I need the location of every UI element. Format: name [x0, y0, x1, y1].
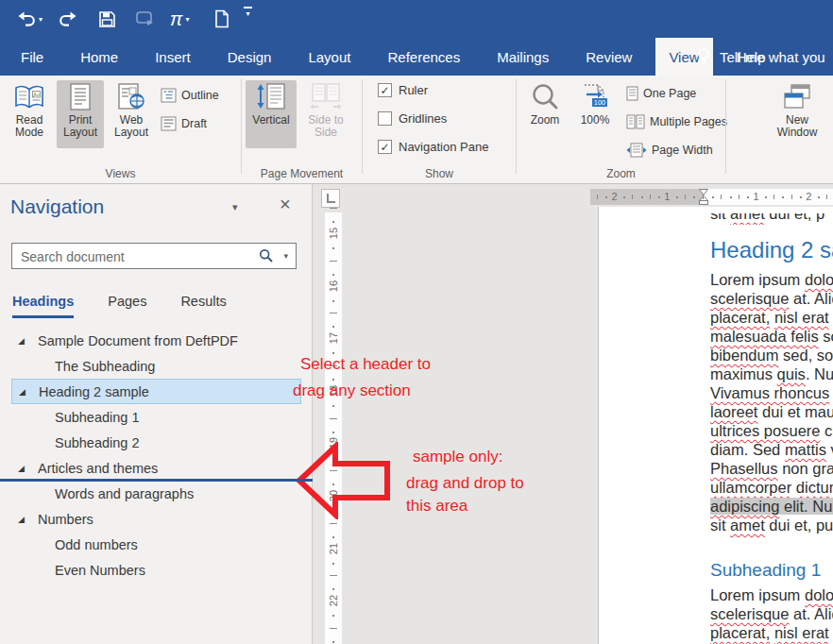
redo-icon — [59, 10, 77, 27]
ruler-number: 22 — [328, 594, 339, 607]
nav-tree-item-even-numbers[interactable]: Even Numbers — [11, 557, 301, 583]
collapse-triangle-icon[interactable]: ◢ — [18, 336, 25, 346]
nav-tree-item-subheading-1[interactable]: Subheading 1 — [11, 404, 301, 430]
save-icon — [98, 10, 116, 28]
side-to-side-label: Side to Side — [300, 114, 351, 139]
nav-tree-item-subheading-2[interactable]: Subheading 2 — [11, 430, 301, 455]
equation-button[interactable]: π ▾ — [170, 7, 189, 31]
ruler-number: 1 — [753, 191, 760, 202]
read-mode-label: Read Mode — [6, 114, 53, 139]
word-text: at. Aliquam erat volutpat. — [789, 605, 833, 622]
zoom-icon — [530, 80, 560, 114]
nav-tree-item-words-and-paragraphs[interactable]: Words and paragraphs — [11, 481, 301, 506]
pane-options-chevron-icon[interactable]: ▾ — [232, 201, 238, 213]
undo-dropdown-icon[interactable]: ▾ — [39, 15, 42, 24]
checked-checkbox-icon[interactable]: ✓ — [378, 140, 392, 154]
page-width-button[interactable]: Page Width — [626, 138, 713, 162]
word-text: sit — [710, 517, 730, 534]
nav-tree-item-the-subheading[interactable]: The Subheading — [11, 353, 301, 379]
ruler-tick — [330, 261, 337, 262]
checkbox-ruler[interactable]: ✓Ruler — [378, 83, 428, 97]
misspelled-word: dolor — [805, 586, 833, 603]
nav-tree-item-numbers[interactable]: ◢Numbers — [11, 506, 301, 532]
misspelled-word: laoreet — [710, 403, 757, 420]
zoom-button[interactable]: Zoom — [522, 80, 568, 148]
search-icon[interactable] — [259, 248, 273, 266]
ribbon-tab-review[interactable]: Review — [572, 38, 645, 76]
checked-checkbox-icon[interactable]: ✓ — [378, 83, 392, 97]
ribbon-tab-mailings[interactable]: Mailings — [484, 38, 562, 76]
ruler-dot — [332, 483, 334, 485]
horizontal-ruler[interactable]: 2112 — [590, 189, 833, 205]
zoom-100-button[interactable]: 100 100% — [571, 80, 619, 148]
read-mode-button[interactable]: Read Mode — [6, 80, 53, 148]
multiple-pages-button[interactable]: Multiple Pages — [626, 110, 727, 134]
nav-tab-pages[interactable]: Pages — [108, 294, 146, 318]
ribbon-tab-design[interactable]: Design — [214, 38, 285, 76]
nav-tree-item-heading-2-sample[interactable]: ◢Heading 2 sample — [11, 379, 301, 404]
ruler-dot — [765, 196, 767, 198]
customize-quick-access-toolbar-button[interactable]: ▾ — [244, 7, 252, 31]
print-layout-button[interactable]: Print Layout — [57, 80, 104, 148]
tab-stop-selector[interactable] — [321, 189, 340, 208]
equation-dropdown-icon[interactable]: ▾ — [185, 15, 189, 24]
document-text-line: bibendum sed, sodales non arcu. — [710, 347, 833, 365]
document-page[interactable]: sit amet dui et, p Heading 2 sample Lore… — [598, 207, 833, 644]
navigation-headings-tree: ◢Sample Document from DeftPDFThe Subhead… — [0, 328, 313, 583]
ribbon-tab-layout[interactable]: Layout — [295, 38, 364, 76]
search-dropdown-icon[interactable]: ▾ — [283, 251, 288, 261]
search-input[interactable] — [19, 246, 249, 267]
arrange-all-button[interactable]: Arrange All — [827, 80, 833, 148]
checkbox-navigation-pane[interactable]: ✓Navigation Pane — [378, 140, 488, 154]
unchecked-checkbox-icon[interactable] — [378, 111, 392, 126]
nav-tab-headings[interactable]: Headings — [12, 294, 74, 318]
checkbox-gridlines[interactable]: Gridlines — [378, 111, 447, 126]
draft-button[interactable]: Draft — [161, 111, 207, 136]
nav-tree-item-sample-document-from-deftpdf[interactable]: ◢Sample Document from DeftPDF — [11, 328, 301, 353]
pane-close-icon[interactable]: × — [280, 194, 291, 215]
save-button[interactable] — [98, 7, 116, 31]
nav-tree-item-articles-and-themes[interactable]: ◢Articles and themes — [11, 455, 301, 481]
ribbon-tab-file[interactable]: File — [8, 38, 57, 76]
ruler-tick — [330, 470, 337, 471]
nav-tab-results[interactable]: Results — [180, 294, 226, 318]
vertical-button[interactable]: Vertical — [246, 80, 297, 148]
vertical-ruler[interactable]: 15161718192021222324 — [325, 212, 342, 644]
ribbon-tab-insert[interactable]: Insert — [142, 38, 204, 76]
ruler-dot — [332, 221, 334, 223]
outline-button[interactable]: Outline — [161, 83, 219, 108]
new-file-button[interactable] — [213, 7, 230, 31]
misspelled-word: nisl erat — [774, 624, 829, 641]
word-text: non gravida justo. — [778, 460, 833, 477]
ruler-tick — [739, 195, 740, 199]
ruler-tick — [791, 195, 792, 199]
nav-tree-item-odd-numbers[interactable]: Odd numbers — [11, 532, 301, 557]
document-text-line: laoreet dui et mauris. Proin. — [710, 403, 833, 422]
ribbon-tab-home[interactable]: Home — [67, 38, 131, 76]
tree-item-label: The Subheading — [11, 359, 155, 374]
tree-item-label: Articles and themes — [11, 461, 158, 476]
misspelled-word: malesuada felis — [710, 328, 819, 345]
word-text: sollicitudin sed. — [819, 328, 833, 345]
tell-me-box[interactable]: Tell me what you — [696, 38, 825, 76]
document-text-line: Lorem ipsum dolor sit amet, consectetur — [710, 586, 833, 605]
document-text-line: Vivamus rhoncus tincidunt turpis. — [710, 384, 833, 403]
clipped-text-line: sit amet dui et, p — [710, 213, 833, 225]
arrange-all-label: Arrange All — [827, 114, 833, 139]
redo-button[interactable] — [59, 7, 77, 31]
collapse-triangle-icon[interactable]: ◢ — [19, 387, 26, 397]
indent-markers[interactable] — [698, 189, 709, 209]
misspelled-word: scelerisque — [710, 290, 789, 307]
document-paragraph: Lorem ipsum dolor sit amet, consecteturs… — [710, 586, 833, 643]
collapse-triangle-icon[interactable]: ◢ — [18, 464, 25, 473]
web-layout-button[interactable]: Web Layout — [108, 80, 155, 148]
one-page-button[interactable]: One Page — [626, 81, 696, 106]
ribbon-tab-references[interactable]: References — [374, 38, 473, 76]
search-box[interactable]: ▾ — [11, 243, 297, 269]
undo-button[interactable]: ▾ — [17, 7, 42, 31]
touch-mouse-mode-button[interactable] — [135, 7, 156, 31]
word-text: vitae. — [829, 624, 833, 641]
collapse-triangle-icon[interactable]: ◢ — [18, 515, 25, 524]
document-text-line: ullamcorper dictum magna sed. — [710, 479, 833, 498]
new-window-button[interactable]: New Window — [771, 80, 824, 148]
